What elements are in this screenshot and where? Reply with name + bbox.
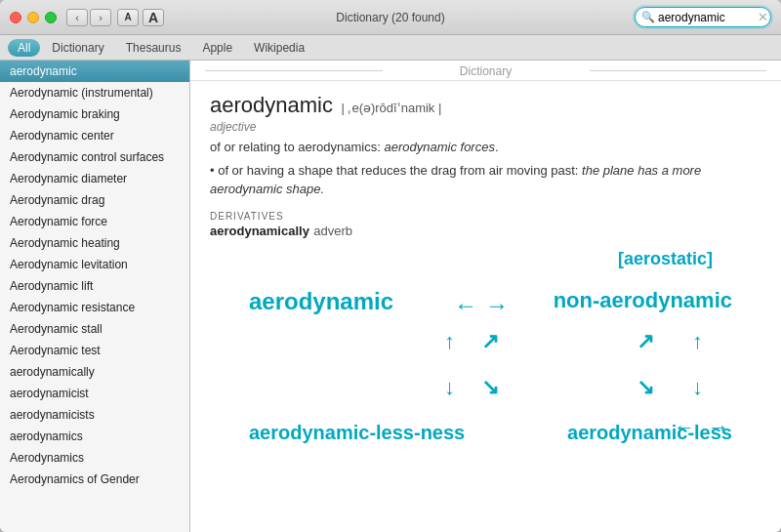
thesaurus-area: [aerostatic] aerodynamic ← → non-aerodyn… xyxy=(210,239,761,473)
font-size-buttons: A A xyxy=(117,9,164,26)
maximize-button[interactable] xyxy=(45,12,57,23)
dict-panel: Dictionary aerodynamic | ˌe(ə)rōdīˈnamik… xyxy=(190,61,781,532)
search-icon: 🔍 xyxy=(641,11,655,23)
sidebar: aerodynamicAerodynamic (instrumental)Aer… xyxy=(0,61,190,532)
dict-headword: aerodynamic xyxy=(210,93,333,117)
close-button[interactable] xyxy=(10,12,21,23)
sidebar-item-0[interactable]: aerodynamic xyxy=(0,61,189,82)
sidebar-item-8[interactable]: Aerodynamic heating xyxy=(0,232,189,254)
sidebar-item-2[interactable]: Aerodynamic braking xyxy=(0,103,189,125)
dict-phonetic: | ˌe(ə)rōdīˈnamik | xyxy=(341,101,441,115)
dict-deriv-line: aerodynamically adverb xyxy=(210,222,761,239)
dict-deriv-pos: adverb xyxy=(313,224,352,238)
toolbar: All Dictionary Thesaurus Apple Wikipedia xyxy=(0,35,781,61)
forward-button[interactable]: › xyxy=(90,9,111,26)
dict-panel-header: Dictionary xyxy=(190,61,781,81)
th-arrow-down1: ↓ xyxy=(444,375,455,400)
th-compound2: aerodynamic-less xyxy=(567,422,732,444)
sidebar-item-14[interactable]: aerodynamically xyxy=(0,361,189,383)
sidebar-item-16[interactable]: aerodynamicists xyxy=(0,404,189,426)
sidebar-item-11[interactable]: Aerodynamic resistance xyxy=(0,297,189,318)
dict-deriv-label: DERIVATIVES xyxy=(210,211,761,222)
dict-def1: of or relating to aerodynamics: aerodyna… xyxy=(210,138,761,157)
dict-word-line: aerodynamic | ˌe(ə)rōdīˈnamik | xyxy=(210,93,761,118)
thesaurus-visual: [aerostatic] aerodynamic ← → non-aerodyn… xyxy=(229,249,742,454)
dict-def2: • of or having a shape that reduces the … xyxy=(210,161,761,199)
dict-derivatives: DERIVATIVES aerodynamically adverb xyxy=(210,211,761,239)
sidebar-item-7[interactable]: Aerodynamic force xyxy=(0,211,189,232)
th-arrow-up4: ↑ xyxy=(692,329,703,354)
th-arrow-right-main: → xyxy=(485,292,509,319)
tab-dictionary[interactable]: Dictionary xyxy=(42,39,113,57)
sidebar-item-4[interactable]: Aerodynamic control surfaces xyxy=(0,146,189,168)
tab-wikipedia[interactable]: Wikipedia xyxy=(244,39,314,57)
back-button[interactable]: ‹ xyxy=(66,9,88,26)
th-bracket-word: [aerostatic] xyxy=(618,249,713,269)
sidebar-item-12[interactable]: Aerodynamic stall xyxy=(0,318,189,340)
window-title: Dictionary (20 found) xyxy=(336,11,444,24)
nav-buttons: ‹ › xyxy=(66,9,111,26)
th-arrow-up1: ↑ xyxy=(444,329,455,354)
th-main-word: aerodynamic xyxy=(249,288,393,315)
tab-all[interactable]: All xyxy=(8,39,40,57)
traffic-lights xyxy=(10,12,57,23)
sidebar-item-17[interactable]: aerodynamics xyxy=(0,426,189,447)
th-arrow-left-main: ← xyxy=(454,292,477,319)
sidebar-item-6[interactable]: Aerodynamic drag xyxy=(0,189,189,211)
search-box: 🔍 ✕ xyxy=(635,7,771,27)
app-window: ‹ › A A Dictionary (20 found) 🔍 ✕ All Di… xyxy=(0,0,781,532)
tab-apple[interactable]: Apple xyxy=(192,39,242,57)
th-opposite-word: non-aerodynamic xyxy=(554,288,732,313)
th-arrow-down3: ↘ xyxy=(637,375,654,400)
main-content: aerodynamicAerodynamic (instrumental)Aer… xyxy=(0,61,781,532)
dict-pos: adjective xyxy=(210,120,761,134)
tab-thesaurus[interactable]: Thesaurus xyxy=(116,39,191,57)
sidebar-item-5[interactable]: Aerodynamic diameter xyxy=(0,168,189,189)
th-arrow-down4: ↓ xyxy=(692,375,703,400)
dict-content: aerodynamic | ˌe(ə)rōdīˈnamik | adjectiv… xyxy=(190,81,781,532)
sidebar-item-13[interactable]: Aerodynamic test xyxy=(0,340,189,361)
font-small-button[interactable]: A xyxy=(117,9,139,26)
th-compound1: aerodynamic-less-ness xyxy=(249,422,465,444)
sidebar-item-10[interactable]: Aerodynamic lift xyxy=(0,275,189,297)
search-input[interactable] xyxy=(658,11,756,24)
minimize-button[interactable] xyxy=(27,12,39,23)
sidebar-item-3[interactable]: Aerodynamic center xyxy=(0,125,189,146)
th-arrow-up3: ↗ xyxy=(637,329,654,354)
th-arrow-down2: ↘ xyxy=(481,375,499,400)
sidebar-item-15[interactable]: aerodynamicist xyxy=(0,383,189,404)
sidebar-item-18[interactable]: Aerodynamics xyxy=(0,447,189,469)
sidebar-item-9[interactable]: Aerodynamic levitation xyxy=(0,254,189,275)
th-arrow-up2: ↗ xyxy=(481,329,499,354)
titlebar: ‹ › A A Dictionary (20 found) 🔍 ✕ xyxy=(0,0,781,35)
font-large-button[interactable]: A xyxy=(143,9,164,26)
dict-panel-label: Dictionary xyxy=(460,64,512,78)
sidebar-item-19[interactable]: Aerodynamics of Gender xyxy=(0,469,189,490)
sidebar-item-1[interactable]: Aerodynamic (instrumental) xyxy=(0,82,189,103)
dict-deriv-word: aerodynamically xyxy=(210,224,309,238)
search-clear-button[interactable]: ✕ xyxy=(758,10,768,24)
